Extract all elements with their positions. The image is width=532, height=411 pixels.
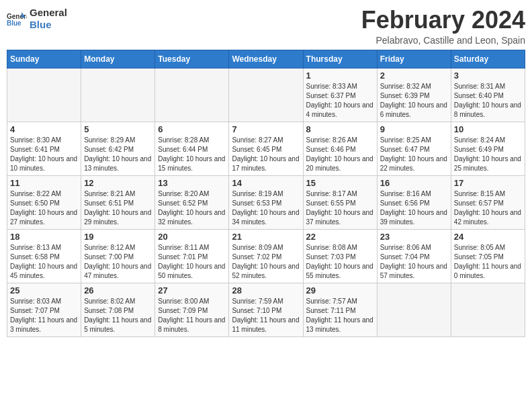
day-number: 23: [380, 232, 448, 242]
logo-icon: General Blue: [7, 11, 27, 27]
calendar-week-2: 4Sunrise: 8:30 AM Sunset: 6:41 PM Daylig…: [7, 122, 525, 175]
day-info: Sunrise: 8:26 AM Sunset: 6:46 PM Dayligh…: [306, 136, 374, 173]
calendar-cell: 3Sunrise: 8:31 AM Sunset: 6:40 PM Daylig…: [451, 68, 525, 122]
day-number: 14: [232, 178, 300, 188]
day-info: Sunrise: 8:22 AM Sunset: 6:50 PM Dayligh…: [10, 189, 78, 227]
day-number: 27: [158, 285, 226, 295]
day-number: 10: [454, 124, 522, 134]
day-number: 7: [232, 124, 300, 134]
calendar-cell: 22Sunrise: 8:08 AM Sunset: 7:03 PM Dayli…: [303, 229, 377, 283]
logo: General Blue General Blue: [7, 7, 67, 31]
calendar-cell: 16Sunrise: 8:16 AM Sunset: 6:56 PM Dayli…: [377, 175, 451, 229]
day-number: 3: [454, 71, 522, 81]
day-number: 17: [454, 178, 522, 188]
day-info: Sunrise: 8:30 AM Sunset: 6:41 PM Dayligh…: [10, 136, 78, 173]
day-number: 28: [232, 285, 300, 295]
day-info: Sunrise: 8:24 AM Sunset: 6:49 PM Dayligh…: [454, 136, 522, 173]
day-number: 11: [10, 178, 78, 188]
calendar-cell: 25Sunrise: 8:03 AM Sunset: 7:07 PM Dayli…: [7, 283, 81, 336]
day-info: Sunrise: 8:11 AM Sunset: 7:01 PM Dayligh…: [158, 243, 226, 281]
calendar-cell: [7, 68, 81, 122]
header-cell-tuesday: Tuesday: [155, 50, 229, 68]
day-info: Sunrise: 8:08 AM Sunset: 7:03 PM Dayligh…: [306, 243, 374, 281]
calendar-cell: 20Sunrise: 8:11 AM Sunset: 7:01 PM Dayli…: [155, 229, 229, 283]
day-info: Sunrise: 8:27 AM Sunset: 6:45 PM Dayligh…: [232, 136, 300, 173]
calendar-table: SundayMondayTuesdayWednesdayThursdayFrid…: [7, 50, 525, 337]
day-number: 12: [84, 178, 152, 188]
calendar-cell: [229, 68, 303, 122]
calendar-title: February 2024: [361, 7, 525, 34]
calendar-cell: 11Sunrise: 8:22 AM Sunset: 6:50 PM Dayli…: [7, 175, 81, 229]
day-info: Sunrise: 8:28 AM Sunset: 6:44 PM Dayligh…: [158, 136, 226, 173]
calendar-cell: [451, 283, 525, 336]
day-info: Sunrise: 8:20 AM Sunset: 6:52 PM Dayligh…: [158, 189, 226, 227]
calendar-cell: 27Sunrise: 8:00 AM Sunset: 7:09 PM Dayli…: [155, 283, 229, 336]
header: General Blue General Blue February 2024 …: [7, 7, 525, 46]
calendar-cell: 14Sunrise: 8:19 AM Sunset: 6:53 PM Dayli…: [229, 175, 303, 229]
day-number: 6: [158, 124, 226, 134]
calendar-week-4: 18Sunrise: 8:13 AM Sunset: 6:58 PM Dayli…: [7, 229, 525, 283]
svg-text:Blue: Blue: [7, 19, 21, 27]
day-info: Sunrise: 8:17 AM Sunset: 6:55 PM Dayligh…: [306, 189, 374, 227]
day-info: Sunrise: 8:06 AM Sunset: 7:04 PM Dayligh…: [380, 243, 448, 281]
day-number: 13: [158, 178, 226, 188]
calendar-cell: 28Sunrise: 7:59 AM Sunset: 7:10 PM Dayli…: [229, 283, 303, 336]
day-info: Sunrise: 8:21 AM Sunset: 6:51 PM Dayligh…: [84, 189, 152, 227]
day-number: 19: [84, 232, 152, 242]
day-number: 24: [454, 232, 522, 242]
day-info: Sunrise: 8:33 AM Sunset: 6:37 PM Dayligh…: [306, 82, 374, 120]
calendar-cell: 15Sunrise: 8:17 AM Sunset: 6:55 PM Dayli…: [303, 175, 377, 229]
calendar-cell: 12Sunrise: 8:21 AM Sunset: 6:51 PM Dayli…: [81, 175, 155, 229]
calendar-cell: 1Sunrise: 8:33 AM Sunset: 6:37 PM Daylig…: [303, 68, 377, 122]
calendar-cell: 23Sunrise: 8:06 AM Sunset: 7:04 PM Dayli…: [377, 229, 451, 283]
calendar-cell: [81, 68, 155, 122]
day-info: Sunrise: 8:05 AM Sunset: 7:05 PM Dayligh…: [454, 243, 522, 281]
day-info: Sunrise: 7:57 AM Sunset: 7:11 PM Dayligh…: [306, 297, 374, 334]
day-number: 16: [380, 178, 448, 188]
day-info: Sunrise: 8:02 AM Sunset: 7:08 PM Dayligh…: [84, 297, 152, 334]
calendar-week-3: 11Sunrise: 8:22 AM Sunset: 6:50 PM Dayli…: [7, 175, 525, 229]
header-cell-sunday: Sunday: [7, 50, 81, 68]
day-number: 20: [158, 232, 226, 242]
calendar-cell: 26Sunrise: 8:02 AM Sunset: 7:08 PM Dayli…: [81, 283, 155, 336]
day-number: 18: [10, 232, 78, 242]
calendar-week-1: 1Sunrise: 8:33 AM Sunset: 6:37 PM Daylig…: [7, 68, 525, 122]
day-info: Sunrise: 8:00 AM Sunset: 7:09 PM Dayligh…: [158, 297, 226, 334]
calendar-cell: 21Sunrise: 8:09 AM Sunset: 7:02 PM Dayli…: [229, 229, 303, 283]
day-info: Sunrise: 8:09 AM Sunset: 7:02 PM Dayligh…: [232, 243, 300, 281]
calendar-header-row: SundayMondayTuesdayWednesdayThursdayFrid…: [7, 50, 525, 68]
day-number: 8: [306, 124, 374, 134]
header-cell-monday: Monday: [81, 50, 155, 68]
header-cell-thursday: Thursday: [303, 50, 377, 68]
title-section: February 2024 Pelabravo, Castille and Le…: [361, 7, 525, 46]
header-cell-friday: Friday: [377, 50, 451, 68]
calendar-cell: 17Sunrise: 8:15 AM Sunset: 6:57 PM Dayli…: [451, 175, 525, 229]
day-number: 5: [84, 124, 152, 134]
calendar-subtitle: Pelabravo, Castille and Leon, Spain: [361, 35, 525, 46]
calendar-body: 1Sunrise: 8:33 AM Sunset: 6:37 PM Daylig…: [7, 68, 525, 336]
day-number: 9: [380, 124, 448, 134]
day-info: Sunrise: 8:03 AM Sunset: 7:07 PM Dayligh…: [10, 297, 78, 334]
day-number: 25: [10, 285, 78, 295]
header-cell-wednesday: Wednesday: [229, 50, 303, 68]
day-info: Sunrise: 8:32 AM Sunset: 6:39 PM Dayligh…: [380, 82, 448, 120]
header-cell-saturday: Saturday: [451, 50, 525, 68]
calendar-cell: 8Sunrise: 8:26 AM Sunset: 6:46 PM Daylig…: [303, 122, 377, 175]
calendar-cell: 7Sunrise: 8:27 AM Sunset: 6:45 PM Daylig…: [229, 122, 303, 175]
calendar-cell: 10Sunrise: 8:24 AM Sunset: 6:49 PM Dayli…: [451, 122, 525, 175]
calendar-cell: 4Sunrise: 8:30 AM Sunset: 6:41 PM Daylig…: [7, 122, 81, 175]
day-info: Sunrise: 7:59 AM Sunset: 7:10 PM Dayligh…: [232, 297, 300, 334]
calendar-cell: [155, 68, 229, 122]
calendar-cell: 18Sunrise: 8:13 AM Sunset: 6:58 PM Dayli…: [7, 229, 81, 283]
day-number: 29: [306, 285, 374, 295]
day-info: Sunrise: 8:13 AM Sunset: 6:58 PM Dayligh…: [10, 243, 78, 281]
day-info: Sunrise: 8:25 AM Sunset: 6:47 PM Dayligh…: [380, 136, 448, 173]
calendar-week-5: 25Sunrise: 8:03 AM Sunset: 7:07 PM Dayli…: [7, 283, 525, 336]
calendar-cell: 29Sunrise: 7:57 AM Sunset: 7:11 PM Dayli…: [303, 283, 377, 336]
day-info: Sunrise: 8:19 AM Sunset: 6:53 PM Dayligh…: [232, 189, 300, 227]
day-info: Sunrise: 8:15 AM Sunset: 6:57 PM Dayligh…: [454, 189, 522, 227]
day-number: 1: [306, 71, 374, 81]
calendar-cell: 24Sunrise: 8:05 AM Sunset: 7:05 PM Dayli…: [451, 229, 525, 283]
day-number: 4: [10, 124, 78, 134]
calendar-cell: 9Sunrise: 8:25 AM Sunset: 6:47 PM Daylig…: [377, 122, 451, 175]
